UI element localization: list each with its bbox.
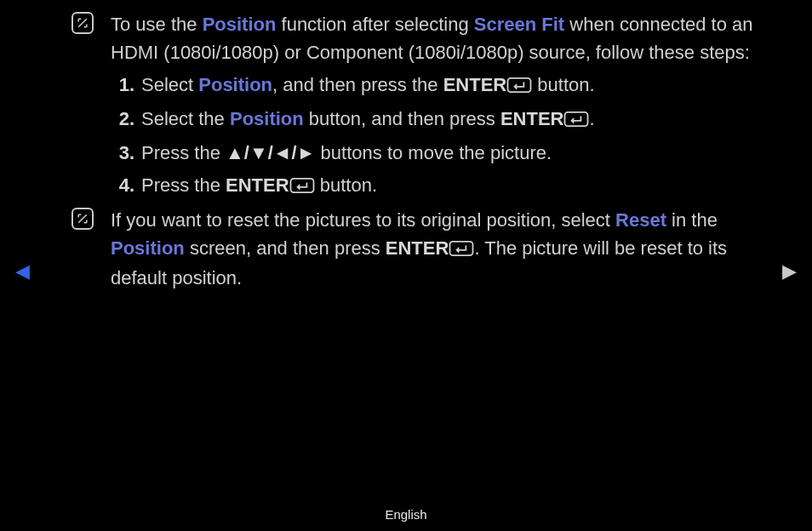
keyword-position: Position [230, 108, 304, 129]
step-number: 1. [111, 71, 134, 99]
enter-icon [506, 72, 532, 100]
text: buttons to move the picture. [315, 142, 552, 163]
svg-rect-1 [565, 112, 588, 126]
keyword-enter: ENTER [500, 108, 564, 129]
step-4: 4. Press the ENTER button. [141, 171, 761, 201]
text: button. [532, 74, 594, 95]
text: function after selecting [276, 14, 473, 35]
keyword-position: Position [203, 14, 277, 35]
text: in the [666, 209, 718, 231]
keyword-enter: ENTER [226, 174, 289, 196]
text: Select the [141, 108, 230, 129]
step-number: 3. [111, 139, 134, 167]
note-text-1: To use the Position function after selec… [111, 10, 761, 66]
footer-language: English [0, 505, 812, 525]
text: Press the [141, 174, 226, 196]
enter-icon [289, 173, 315, 201]
text: Select [141, 74, 198, 95]
enter-icon [563, 106, 589, 134]
step-3: 3. Press the ▲/▼/◄/► buttons to move the… [141, 139, 761, 167]
step-number: 2. [111, 105, 134, 133]
svg-rect-2 [290, 179, 313, 192]
keyword-position: Position [111, 237, 185, 259]
text: Press the [141, 142, 226, 163]
keyword-screen-fit: Screen Fit [474, 14, 564, 35]
nav-prev-icon[interactable]: ◀ [15, 257, 30, 285]
text: If you want to reset the pictures to its… [111, 209, 615, 231]
steps-list: 1. Select Position, and then press the E… [111, 71, 761, 201]
step-number: 4. [111, 171, 134, 199]
note-block-1: To use the Position function after selec… [111, 10, 761, 201]
text: button, and then press [304, 108, 500, 129]
step-1: 1. Select Position, and then press the E… [141, 71, 761, 100]
note-block-2: If you want to reset the pictures to its… [111, 206, 761, 292]
note-icon [71, 208, 94, 230]
keyword-enter: ENTER [443, 74, 507, 95]
step-2: 2. Select the Position button, and then … [141, 105, 761, 134]
text: button. [315, 174, 377, 196]
keyword-position: Position [198, 74, 272, 95]
text: To use the [111, 14, 203, 35]
enter-icon [449, 236, 474, 264]
svg-rect-0 [508, 78, 531, 92]
text: . [589, 108, 594, 129]
text: screen, and then press [185, 237, 386, 259]
note-text-2: If you want to reset the pictures to its… [111, 206, 761, 292]
text: , and then press the [272, 74, 443, 95]
nav-next-icon[interactable]: ▶ [782, 257, 797, 285]
note-icon [71, 12, 94, 34]
manual-page: To use the Position function after selec… [0, 0, 812, 531]
svg-rect-3 [450, 242, 473, 255]
arrow-buttons: ▲/▼/◄/► [226, 142, 315, 163]
keyword-enter: ENTER [386, 237, 449, 259]
keyword-reset: Reset [615, 209, 666, 231]
